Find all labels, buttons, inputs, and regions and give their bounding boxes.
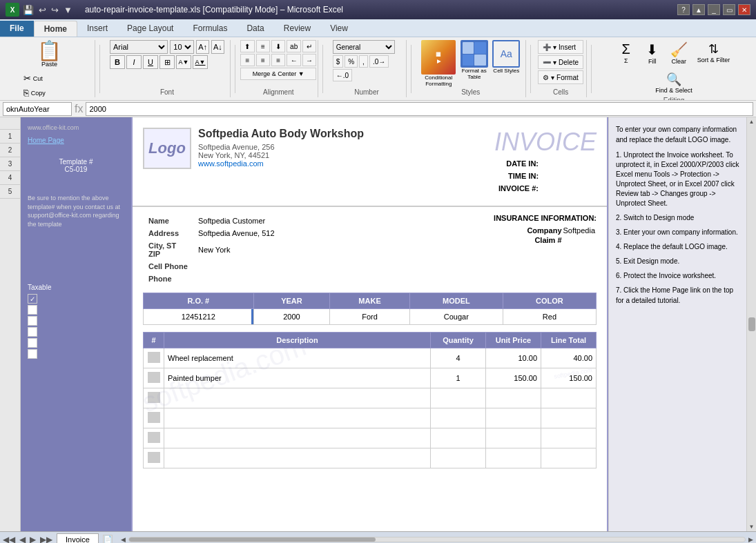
tab-file[interactable]: File: [0, 21, 34, 37]
item-qty-2[interactable]: 1: [431, 368, 486, 388]
italic-button[interactable]: I: [126, 55, 142, 69]
redo-button[interactable]: ↪: [50, 5, 60, 15]
cell-styles-button[interactable]: Aa Cell Styles: [492, 40, 520, 87]
cut-button[interactable]: ✂Cut: [21, 72, 79, 85]
format-table-button[interactable]: Format as Table: [460, 40, 488, 87]
item-num-3[interactable]: [144, 388, 164, 408]
align-right-button[interactable]: ≡: [271, 54, 285, 66]
increase-decimal-button[interactable]: .0→: [369, 55, 389, 68]
tab-insert[interactable]: Insert: [77, 21, 117, 37]
font-color-button[interactable]: A▼: [193, 55, 208, 69]
item-total-2[interactable]: 150.00 softpedia.com: [541, 368, 597, 388]
undo-button[interactable]: ↩: [37, 5, 48, 15]
taxable-checkbox-1[interactable]: ✓: [28, 294, 37, 304]
name-box[interactable]: [3, 102, 72, 116]
insert-cells-button[interactable]: ➕ ▾ Insert: [538, 40, 583, 54]
taxable-checkbox-4[interactable]: [28, 327, 37, 337]
border-button[interactable]: ⊞: [159, 55, 175, 69]
item-unit-4[interactable]: [486, 408, 541, 428]
delete-cells-button[interactable]: ➖ ▾ Delete: [538, 55, 583, 69]
item-total-1[interactable]: 40.00: [541, 348, 597, 368]
sum-button[interactable]: Σ Σ: [615, 40, 637, 66]
sheet-tab-invoice[interactable]: Invoice: [57, 533, 99, 543]
quick-access-toolbar[interactable]: X 💾 ↩ ↪ ▼: [6, 3, 74, 17]
scroll-thumb[interactable]: [748, 317, 755, 331]
item-desc-3[interactable]: [164, 388, 431, 408]
vehicle-color[interactable]: Red: [503, 309, 596, 325]
decrease-decimal-button[interactable]: ←.0: [333, 69, 352, 81]
taxable-checkbox-5[interactable]: [28, 338, 37, 348]
item-qty-5[interactable]: [431, 428, 486, 448]
window-controls[interactable]: ? ▲ _ ▭ ✕: [677, 4, 750, 15]
horizontal-scroll-track[interactable]: [128, 537, 746, 542]
home-page-link[interactable]: Home Page: [28, 137, 64, 144]
scroll-down-button[interactable]: ▼: [749, 524, 755, 530]
decrease-font-button[interactable]: A↓: [211, 40, 224, 54]
item-total-4[interactable]: [541, 408, 597, 428]
tab-page-layout[interactable]: Page Layout: [117, 21, 183, 37]
vehicle-model[interactable]: Cougar: [409, 309, 503, 325]
increase-indent-button[interactable]: →: [302, 54, 316, 66]
paste-button[interactable]: 📋 Paste: [35, 40, 64, 69]
item-qty-3[interactable]: [431, 388, 486, 408]
close-button[interactable]: ✕: [738, 4, 750, 15]
conditional-formatting-button[interactable]: ▦ ▶ Conditional Formatting: [421, 40, 456, 87]
item-total-3[interactable]: [541, 388, 597, 408]
item-unit-1[interactable]: 10.00: [486, 348, 541, 368]
item-num-4[interactable]: [144, 408, 164, 428]
find-select-button[interactable]: 🔍 Find & Select: [652, 70, 695, 95]
tab-view[interactable]: View: [320, 21, 358, 37]
vehicle-ro[interactable]: 12451212: [144, 309, 254, 325]
align-middle-button[interactable]: ≡: [256, 40, 270, 52]
item-num-6[interactable]: [144, 448, 164, 468]
scroll-left-button[interactable]: ◀: [121, 536, 126, 543]
ribbon-tabs[interactable]: File Home Insert Page Layout Formulas Da…: [0, 19, 756, 37]
wrap-text-button[interactable]: ↵: [302, 40, 316, 52]
comma-button[interactable]: ,: [359, 55, 368, 68]
underline-button[interactable]: U: [143, 55, 158, 69]
minimize-button[interactable]: _: [708, 4, 720, 15]
formula-input[interactable]: [86, 102, 753, 116]
number-format-select[interactable]: General: [333, 40, 395, 54]
tab-home[interactable]: Home: [34, 21, 77, 37]
item-unit-6[interactable]: [486, 448, 541, 468]
taxable-checkbox-2[interactable]: [28, 305, 37, 315]
scroll-right-button[interactable]: ▶: [748, 536, 753, 543]
bold-button[interactable]: B: [110, 55, 125, 69]
item-unit-3[interactable]: [486, 388, 541, 408]
tab-data[interactable]: Data: [237, 21, 273, 37]
font-size-select[interactable]: 10: [170, 40, 194, 54]
scroll-up-button[interactable]: ▲: [749, 119, 755, 125]
item-num-2[interactable]: [144, 368, 164, 388]
restore-button[interactable]: ▭: [723, 4, 735, 15]
item-desc-1[interactable]: Wheel replacement: [164, 348, 431, 368]
sheet-tab-nav-next[interactable]: ▶: [30, 535, 36, 544]
vertical-scrollbar[interactable]: ▲ ▼: [746, 117, 756, 531]
item-total-5[interactable]: [541, 428, 597, 448]
sheet-tab-nav-first[interactable]: ◀◀: [3, 535, 15, 544]
item-qty-6[interactable]: [431, 448, 486, 468]
item-desc-2[interactable]: Painted bumper: [164, 368, 431, 388]
align-center-button[interactable]: ≡: [256, 54, 270, 66]
copy-button[interactable]: ⎘Copy: [21, 86, 79, 99]
item-qty-1[interactable]: 4: [431, 348, 486, 368]
item-num-5[interactable]: [144, 428, 164, 448]
tab-formulas[interactable]: Formulas: [183, 21, 237, 37]
percent-button[interactable]: %: [345, 55, 358, 68]
taxable-checkbox-3[interactable]: [28, 316, 37, 326]
item-unit-2[interactable]: 150.00: [486, 368, 541, 388]
ribbon-toggle[interactable]: ▲: [692, 4, 705, 15]
vehicle-year[interactable]: 2000: [253, 309, 330, 325]
align-top-button[interactable]: ⬆: [240, 40, 254, 52]
sheet-tab-nav-last[interactable]: ▶▶: [40, 535, 52, 544]
clear-button[interactable]: 🧹 Clear: [668, 40, 690, 66]
item-num-1[interactable]: [144, 348, 164, 368]
fill-button[interactable]: ⬇ Fill: [641, 40, 663, 66]
merge-center-button[interactable]: Merge & Center ▼: [240, 68, 316, 80]
horizontal-scroll-thumb[interactable]: [129, 537, 376, 542]
align-bottom-button[interactable]: ⬇: [271, 40, 285, 52]
text-angle-button[interactable]: ab: [287, 40, 300, 52]
website-link[interactable]: www.softpedia.com: [198, 159, 264, 168]
tab-review[interactable]: Review: [274, 21, 320, 37]
item-desc-5[interactable]: [164, 428, 431, 448]
